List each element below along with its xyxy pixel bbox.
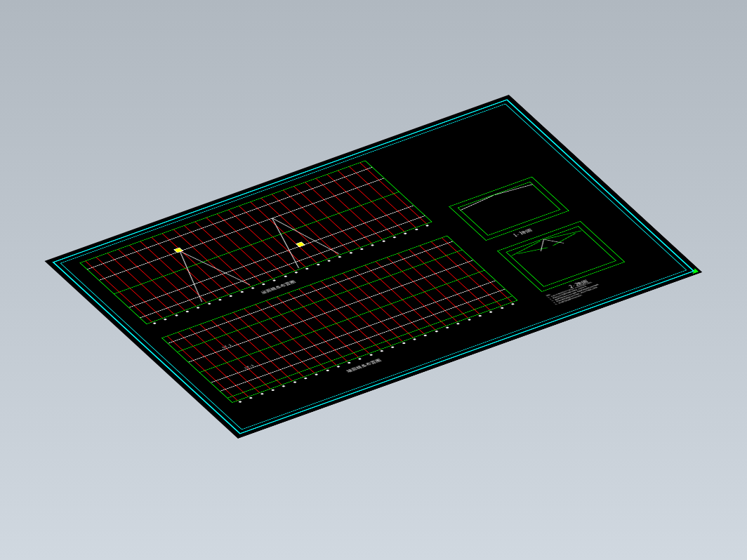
- axis-bubble: [511, 303, 515, 305]
- gridline: [288, 293, 358, 357]
- gridline: [343, 273, 413, 338]
- axis-bubble: [196, 307, 200, 309]
- axis-bubble: [218, 299, 223, 301]
- axis-bubble: [391, 346, 395, 348]
- axis-bubble: [262, 283, 266, 285]
- gridline: [364, 265, 435, 330]
- axis-bubble: [392, 236, 397, 239]
- axis-bubble: [382, 240, 386, 242]
- gridline: [255, 305, 325, 369]
- axis-bubble: [185, 310, 190, 312]
- axis-bubble: [315, 373, 319, 375]
- gridline: [299, 289, 369, 354]
- axis-bubble: [305, 267, 310, 269]
- axis-bubble: [425, 225, 430, 227]
- axis-bubble: [284, 275, 288, 277]
- axis-bubble: [327, 260, 331, 262]
- axis-bubble: [349, 252, 353, 254]
- axis-bubble: [238, 401, 242, 403]
- gridline: [222, 316, 292, 381]
- axis-bubble: [402, 342, 406, 344]
- axis-bubble: [293, 381, 297, 383]
- gridline: [397, 253, 468, 318]
- axis-bubble: [271, 389, 275, 391]
- axis-bubble: [251, 287, 255, 289]
- axis-bubble: [358, 358, 362, 360]
- axis-bubble: [303, 378, 308, 380]
- gridline: [211, 321, 282, 385]
- drawing-sheet[interactable]: 屋面檩条布置图 LT-1 LT-1 墙面檩条布置图 1-1剖面 2-2剖面 说明…: [44, 95, 702, 439]
- axis-bubble: [174, 314, 178, 316]
- axis-bubble: [369, 354, 374, 356]
- viewport-background: 屋面檩条布置图 LT-1 LT-1 墙面檩条布置图 1-1剖面 2-2剖面 说明…: [0, 0, 747, 560]
- axis-bubble: [371, 244, 375, 246]
- axis-bubble: [316, 264, 320, 266]
- axis-bubble: [294, 272, 298, 274]
- axis-bubble: [282, 385, 286, 387]
- gridline: [321, 281, 391, 346]
- axis-bubble: [272, 279, 277, 281]
- axis-bubble: [207, 302, 211, 305]
- gridline: [409, 250, 479, 314]
- axis-bubble: [404, 232, 408, 234]
- gridline: [200, 324, 270, 389]
- gridline: [332, 277, 402, 342]
- axis-bubble: [445, 326, 449, 328]
- gridline: [266, 301, 336, 366]
- gridline: [310, 285, 380, 349]
- axis-bubble: [500, 307, 504, 309]
- axis-bubble: [336, 366, 341, 368]
- gridline: [277, 297, 347, 361]
- axis-bubble: [152, 322, 157, 324]
- axis-bubble: [260, 393, 264, 395]
- axis-bubble: [478, 315, 482, 317]
- axis-bubble: [359, 248, 364, 250]
- axis-bubble: [348, 361, 352, 364]
- axis-bubble: [164, 319, 168, 321]
- gridline: [387, 258, 457, 322]
- axis-bubble: [338, 255, 342, 258]
- ucs-icon: [689, 268, 699, 274]
- axis-bubble: [423, 334, 428, 336]
- axis-bubble: [249, 396, 253, 399]
- axis-bubble: [456, 323, 461, 325]
- axis-bubble: [414, 228, 418, 230]
- gridline: [354, 269, 424, 334]
- axis-bubble: [325, 369, 329, 371]
- axis-bubble: [229, 295, 233, 297]
- axis-bubble: [435, 331, 439, 333]
- gridline: [376, 261, 446, 326]
- axis-bubble: [467, 319, 471, 321]
- axis-bubble: [489, 311, 493, 313]
- gridline: [244, 309, 314, 373]
- axis-bubble: [413, 338, 417, 340]
- axis-bubble: [240, 291, 244, 293]
- axis-bubble: [380, 350, 384, 352]
